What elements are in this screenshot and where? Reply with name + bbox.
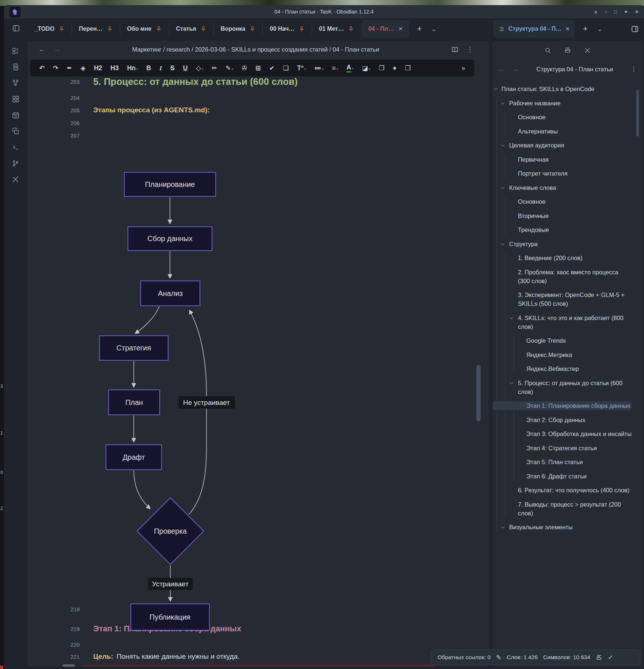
outline-item[interactable]: План статьи: SKILLs в OpenCode	[493, 84, 632, 93]
outline-item[interactable]: Первичная	[505, 155, 632, 164]
chevron-down-icon[interactable]	[510, 380, 514, 384]
text-size-button[interactable]: T°▾	[293, 64, 309, 72]
outline-item[interactable]: Структура	[497, 240, 632, 248]
tab-menu-icon[interactable]: ⌄	[597, 25, 602, 33]
outline-item[interactable]: 4. SKILLs: что это и как работает (800 с…	[505, 313, 632, 331]
more-options-icon[interactable]: ⋮	[630, 65, 637, 73]
comment-button[interactable]: ❏	[280, 64, 292, 72]
outline-item[interactable]: Этап 4: Стратегия статьи	[514, 444, 632, 452]
strikethrough-button[interactable]: S	[167, 64, 178, 72]
close-tab-icon[interactable]: ✕	[398, 26, 403, 32]
ribbon-checklist-button[interactable]	[12, 47, 20, 55]
outline-item[interactable]: Ключевые слова	[497, 183, 632, 192]
chevron-down-icon[interactable]	[501, 185, 505, 189]
eraser-button[interactable]: ◈	[77, 64, 89, 72]
outline-item[interactable]: Целевая аудитория	[497, 141, 632, 150]
body-text[interactable]: Цель:Понять какие данные нужны и откуда.	[93, 653, 239, 661]
redo-button[interactable]: ↷	[50, 64, 62, 72]
keep-above-button[interactable]: ∧	[594, 9, 598, 15]
outline-item[interactable]: Этап 2: Сбор данных	[514, 416, 632, 424]
ribbon-copy-button[interactable]	[12, 127, 20, 136]
insert-template-button[interactable]: ✎▾	[222, 64, 237, 72]
outline-item[interactable]: Основное	[505, 113, 632, 121]
left-sidebar-toggle-icon[interactable]	[12, 24, 20, 32]
heading-4-text[interactable]: Этапы процесса (из AGENTS.md):	[93, 106, 210, 114]
outline-item[interactable]: Рабочее название	[497, 99, 632, 108]
tab-outline[interactable]: Структура 04 - П… ✕	[493, 20, 575, 38]
new-tab-button[interactable]: +	[583, 24, 588, 34]
ribbon-calendar-button[interactable]	[12, 111, 20, 120]
outline-item[interactable]: Вторичные	[505, 211, 632, 220]
attachment-button[interactable]: ✇	[238, 64, 251, 72]
ribbon-git-branch-button[interactable]	[12, 159, 20, 168]
list-button[interactable]: ≔▾	[311, 64, 327, 72]
font-color-button[interactable]: A▾	[343, 64, 357, 72]
minimize-button[interactable]: −	[605, 9, 607, 15]
outline-item[interactable]: 6. Результат: что получилось (400 слов)	[505, 486, 632, 495]
italic-button[interactable]: I	[156, 64, 166, 72]
editor-line[interactable]: 220	[27, 638, 474, 651]
chevron-down-icon[interactable]	[501, 101, 505, 104]
horizontal-scrollbar[interactable]	[62, 664, 75, 667]
open-window-button[interactable]: ❒	[401, 64, 414, 72]
editor-line[interactable]: 207	[27, 129, 474, 142]
editor-line[interactable]: 221 Цель:Понять какие данные нужны и отк…	[27, 650, 474, 663]
back-icon[interactable]: ←	[498, 65, 504, 73]
tab-pinned[interactable]: Обо мне	[120, 23, 169, 35]
maximize-button[interactable]: □	[614, 9, 617, 15]
outline-item[interactable]: Этап 6: Драфт статьи	[514, 472, 632, 481]
markdown-editor[interactable]: 203 5. Процесс: от данных до статьи (600…	[27, 78, 489, 667]
tab-pinned[interactable]: Воронка	[214, 23, 263, 35]
bold-button[interactable]: B	[143, 64, 155, 72]
editor-line[interactable]: 205 Этапы процесса (из AGENTS.md):	[27, 104, 474, 116]
search-icon[interactable]	[544, 47, 552, 54]
breadcrumb[interactable]: Маркетинг / research / 2026-03-06 - SKIL…	[60, 46, 451, 53]
outline-item[interactable]: Альтернативы	[505, 127, 632, 136]
heading-n-button[interactable]: Hn▾	[124, 64, 141, 72]
outline-item[interactable]: 3. Эксперимент: OpenCode + GLM-5 + SKILL…	[505, 290, 632, 308]
backlinks-count[interactable]: Обратных ссылок: 0	[437, 654, 490, 661]
chevron-down-icon[interactable]	[510, 315, 514, 319]
collapse-all-icon[interactable]	[584, 47, 591, 54]
word-count[interactable]: Слов: 1 426	[507, 654, 538, 661]
outline-item[interactable]: 2. Проблема: хаос вместо процесса (300 с…	[505, 268, 632, 285]
outline-item[interactable]: Этап 3: Обработка данных и инсайты	[514, 429, 632, 438]
tab-pinned[interactable]: Статья	[169, 23, 214, 35]
char-count[interactable]: Символов: 10 634	[543, 654, 590, 661]
outline-item[interactable]: Визуальные элементы	[497, 523, 632, 531]
forward-icon[interactable]: →	[53, 45, 60, 53]
tab-pinned[interactable]: _TODO	[27, 23, 72, 35]
ribbon-file-search-button[interactable]	[12, 63, 20, 71]
reading-view-icon[interactable]	[451, 46, 459, 53]
tab-pinned[interactable]: Перен…	[72, 23, 120, 35]
outline-item[interactable]: Трендовые	[505, 225, 632, 234]
ribbon-graph-button[interactable]	[12, 79, 20, 87]
properties-icon[interactable]	[596, 654, 602, 661]
outline-item[interactable]: 1. Введение (200 слов)	[505, 253, 632, 262]
forward-icon[interactable]: →	[512, 65, 519, 73]
outline-item[interactable]: Яндекс.Вебмастер	[514, 364, 632, 373]
outline-item[interactable]: 7. Выводы: процесс > результат (200 слов…	[505, 500, 632, 518]
chevron-down-icon[interactable]	[501, 241, 505, 245]
align-button[interactable]: ≡▾	[329, 64, 342, 72]
edit-mode-icon[interactable]: ✎	[496, 654, 501, 661]
outline-item[interactable]: Портрет читателя	[505, 169, 632, 178]
editor-line[interactable]: 206	[27, 117, 474, 129]
new-tab-button[interactable]: +	[417, 24, 422, 34]
chevron-down-icon[interactable]	[501, 525, 505, 529]
chevron-down-icon[interactable]	[501, 143, 505, 147]
focus-mode-button[interactable]: ⌖	[390, 64, 400, 72]
expand-all-icon[interactable]	[564, 47, 571, 54]
outline-scrollbar[interactable]	[636, 90, 639, 136]
heading-2-button[interactable]: H2	[90, 64, 105, 72]
outline-item[interactable]: 5. Процесс: от данных до статьи (600 сло…	[505, 379, 632, 396]
more-options-button[interactable]: »	[458, 64, 469, 72]
underline-button[interactable]: U	[179, 64, 191, 72]
ribbon-dashboard-button[interactable]	[12, 95, 20, 104]
code-block-button[interactable]: ◇▾	[193, 64, 207, 72]
outline-item[interactable]: Google Trends	[514, 336, 632, 345]
highlighter-button[interactable]: ✏	[208, 64, 221, 72]
chevron-down-icon[interactable]	[494, 87, 498, 90]
table-button[interactable]: ⊞	[252, 64, 264, 72]
clear-format-button[interactable]: ✒	[63, 64, 76, 72]
